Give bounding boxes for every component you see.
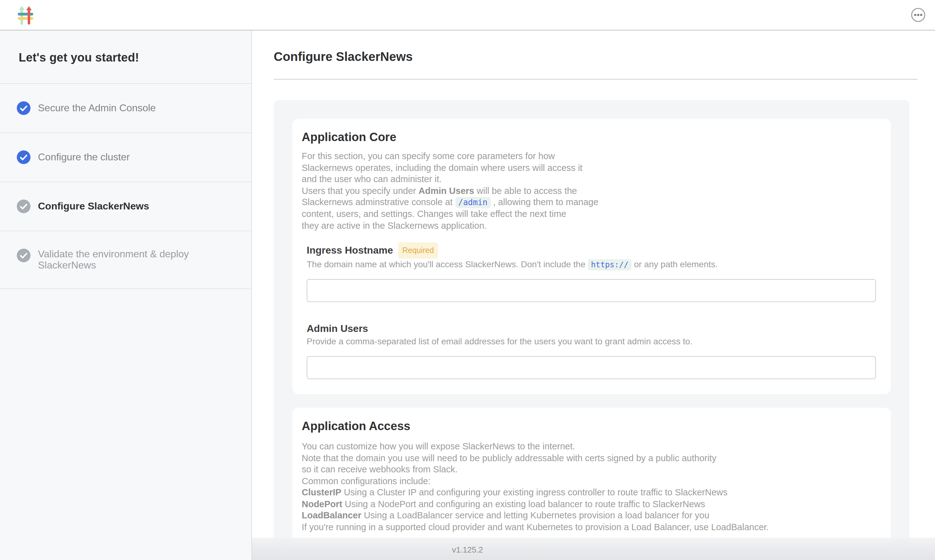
- text-run: Admin Users: [419, 186, 474, 195]
- overflow-menu-button[interactable]: [911, 8, 926, 22]
- admin-users-input[interactable]: [307, 356, 876, 379]
- sidebar-step-4[interactable]: Validate the environment & deploy Slacke…: [0, 231, 251, 289]
- ellipsis-icon: [911, 15, 926, 24]
- text-run: and the user who can administer it.: [302, 174, 442, 184]
- required-badge: Required: [398, 242, 438, 258]
- field-label: Ingress Hostname: [307, 245, 393, 255]
- step-label: Secure the Admin Console: [38, 103, 156, 114]
- setup-steps-sidebar: Let's get you started! Secure the Admin …: [0, 31, 252, 560]
- text-run: so it can receive webhooks from Slack.: [302, 464, 458, 474]
- step-pending-check-icon: [17, 249, 31, 262]
- description-line: Common configurations include:: [302, 475, 875, 487]
- text-run: Provide a comma-separated list of email …: [307, 336, 693, 346]
- text-run: Using a LoadBalancer service and letting…: [361, 510, 710, 520]
- card-description: For this section, you can specify some c…: [302, 151, 875, 231]
- card-description: You can customize how you will expose Sl…: [302, 441, 875, 533]
- text-run: If you're running in a supported cloud p…: [302, 522, 769, 532]
- page: Let's get you started! Secure the Admin …: [0, 0, 935, 560]
- text-run: , allowing them to manage: [491, 197, 599, 207]
- step-label: Configure the cluster: [38, 152, 130, 163]
- description-line: so it can receive webhooks from Slack.: [302, 464, 875, 475]
- text-run: ClusterIP: [302, 487, 341, 497]
- text-run: You can customize how you will expose Sl…: [302, 441, 575, 451]
- text-run: Slackernews operates, including the doma…: [302, 163, 583, 172]
- sidebar-heading: Let's get you started!: [0, 31, 251, 65]
- step-label: Validate the environment & deploy Slacke…: [38, 249, 233, 271]
- text-run: content, users, and settings. Changes wi…: [302, 209, 566, 219]
- description-line: Users that you specify under Admin Users…: [302, 185, 875, 196]
- top-bar: [0, 0, 935, 31]
- card-application-access: Application AccessYou can customize how …: [292, 408, 891, 548]
- title-divider: [274, 79, 918, 80]
- description-line: Slackernews adminstrative console at /ad…: [302, 196, 875, 208]
- description-line: Note that the domain you use will need t…: [302, 452, 875, 464]
- field-help-text: The domain name at which you'll access S…: [307, 258, 875, 270]
- field-help-text: Provide a comma-separated list of email …: [307, 335, 875, 348]
- sidebar-step-2[interactable]: Configure the cluster: [0, 133, 251, 182]
- inline-code-chip: https://: [588, 259, 631, 270]
- text-run: Note that the domain you use will need t…: [302, 453, 716, 463]
- slackernews-logo-icon: [17, 6, 34, 25]
- ingress-hostname-input[interactable]: [307, 279, 876, 302]
- description-line: LoadBalancer Using a LoadBalancer servic…: [302, 510, 875, 521]
- text-run: Using a NodePort and configuring an exis…: [343, 499, 705, 509]
- text-run: or any path elements.: [631, 259, 717, 269]
- text-run: For this section, you can specify some c…: [302, 151, 555, 161]
- step-complete-check-icon: [17, 101, 31, 115]
- sidebar-step-1[interactable]: Secure the Admin Console: [0, 84, 251, 133]
- step-pending-check-icon: [17, 200, 31, 213]
- description-line: ClusterIP Using a Cluster IP and configu…: [302, 487, 875, 498]
- card-title: Application Core: [302, 129, 875, 145]
- description-line: Slackernews operates, including the doma…: [302, 162, 875, 174]
- main-content: Configure SlackerNews Application CoreFo…: [252, 31, 935, 560]
- field-ingress-hostname: Ingress HostnameRequiredThe domain name …: [307, 242, 875, 302]
- text-run: LoadBalancer: [302, 510, 361, 520]
- description-line: they are active in the Slackernews appli…: [302, 220, 875, 231]
- text-run: The domain name at which you'll access S…: [307, 259, 588, 269]
- card-application-core: Application CoreFor this section, you ca…: [292, 119, 891, 394]
- field-admin-users: Admin UsersProvide a comma-separated lis…: [307, 322, 875, 379]
- step-complete-check-icon: [17, 151, 31, 164]
- text-run: NodePort: [302, 499, 343, 509]
- steps-list: Secure the Admin Console Configure the c…: [0, 83, 251, 289]
- description-line: content, users, and settings. Changes wi…: [302, 208, 875, 220]
- field-label: Admin Users: [307, 323, 368, 334]
- description-line: If you're running in a supported cloud p…: [302, 521, 875, 533]
- description-line: You can customize how you will expose Sl…: [302, 441, 875, 452]
- config-panel: Application CoreFor this section, you ca…: [274, 100, 909, 560]
- text-run: they are active in the Slackernews appli…: [302, 220, 487, 230]
- text-run: Users that you specify under: [302, 186, 419, 195]
- text-run: will be able to access the: [474, 186, 577, 195]
- description-line: NodePort Using a NodePort and configurin…: [302, 498, 875, 510]
- card-title: Application Access: [302, 418, 875, 434]
- app-version: v1.125.2: [0, 545, 935, 554]
- text-run: Using a Cluster IP and configuring your …: [341, 487, 728, 497]
- sidebar-step-3[interactable]: Configure SlackerNews: [0, 182, 251, 231]
- description-line: For this section, you can specify some c…: [302, 151, 875, 162]
- step-label: Configure SlackerNews: [38, 201, 149, 212]
- inline-code-chip: /admin: [455, 197, 491, 208]
- page-title: Configure SlackerNews: [274, 50, 918, 64]
- description-line: and the user who can administer it.: [302, 174, 875, 185]
- text-run: Common configurations include:: [302, 476, 430, 486]
- text-run: Slackernews adminstrative console at: [302, 197, 455, 207]
